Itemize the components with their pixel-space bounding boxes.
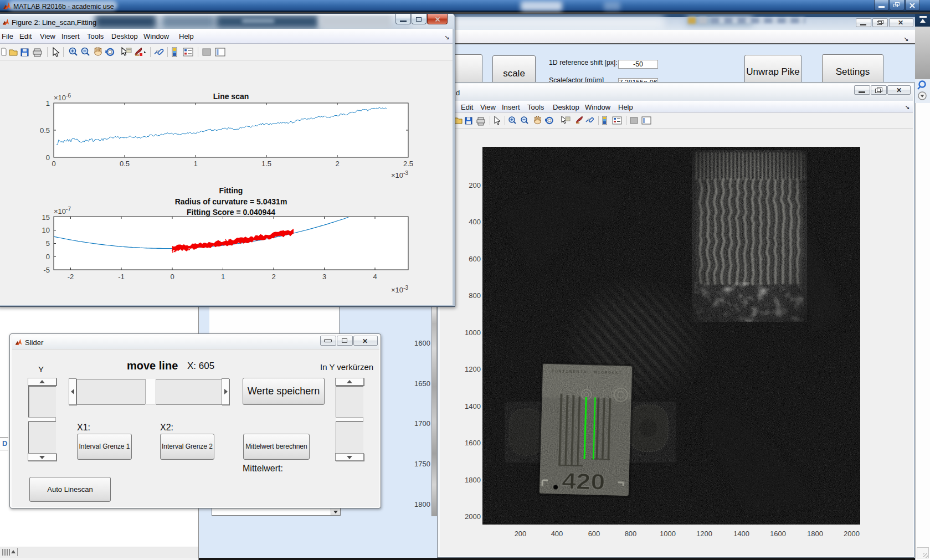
svg-text:1: 1	[193, 160, 197, 168]
svg-text:Radius of curvature = 5.0431m: Radius of curvature = 5.0431m	[175, 197, 287, 206]
svg-text:5: 5	[46, 239, 50, 248]
svg-text:0: 0	[170, 273, 174, 281]
svg-text:2: 2	[271, 273, 275, 281]
svg-text:1: 1	[221, 273, 225, 281]
svg-text:Fitting Score = 0.040944: Fitting Score = 0.040944	[187, 208, 275, 217]
svg-text:-1: -1	[118, 273, 125, 281]
svg-text:1.5: 1.5	[261, 160, 271, 168]
svg-text:Line scan: Line scan	[213, 92, 249, 101]
svg-text:0.5: 0.5	[40, 126, 50, 135]
svg-text:-2: -2	[68, 273, 74, 281]
svg-text:0: 0	[46, 253, 50, 261]
svg-text:×10-3: ×10-3	[391, 170, 408, 179]
svg-text:4: 4	[373, 273, 377, 281]
svg-text:10: 10	[42, 226, 50, 234]
svg-text:1: 1	[46, 99, 50, 107]
svg-text:15: 15	[42, 213, 50, 222]
svg-text:0: 0	[52, 160, 55, 168]
svg-text:0.5: 0.5	[120, 160, 130, 168]
svg-text:×10-3: ×10-3	[391, 285, 408, 294]
svg-text:Fitting: Fitting	[219, 186, 243, 195]
svg-text:-5: -5	[43, 266, 50, 274]
svg-text:2: 2	[335, 160, 339, 168]
svg-text:3: 3	[322, 273, 326, 281]
svg-text:420: 420	[562, 469, 605, 494]
svg-text:0: 0	[46, 153, 50, 162]
svg-text:2.5: 2.5	[403, 160, 413, 168]
svg-text:×10-7: ×10-7	[54, 206, 71, 215]
svg-text:×10-6: ×10-6	[54, 93, 71, 102]
